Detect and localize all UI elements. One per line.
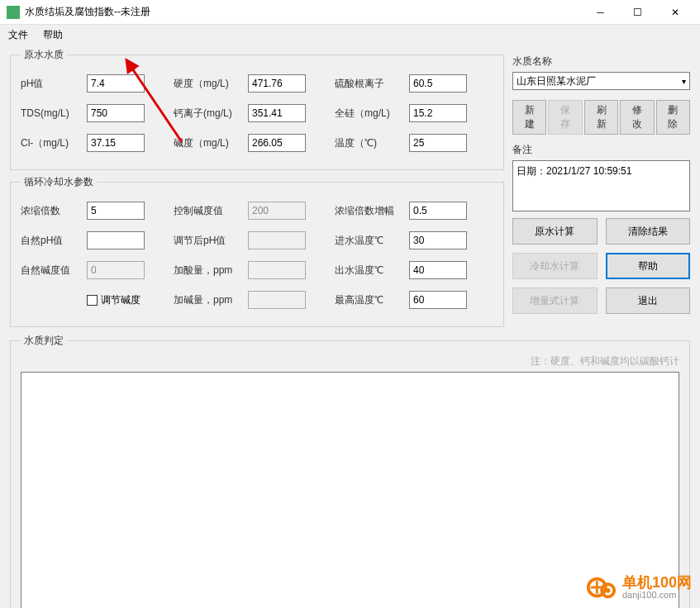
ph-input[interactable] (87, 74, 145, 93)
alk-label: 碱度（mg/L) (174, 136, 248, 150)
watermark-icon (586, 572, 617, 603)
close-button[interactable]: ✕ (656, 0, 693, 25)
cool-calc-button: 冷却水计算 (512, 253, 598, 279)
ca-input[interactable] (248, 104, 306, 122)
incr-label: 浓缩倍数增幅 (335, 204, 409, 218)
water-name-label: 水质名称 (512, 55, 690, 69)
tds-input[interactable] (87, 104, 145, 122)
watermark-url: danji100.com (622, 590, 692, 600)
watermark: 单机100网 danji100.com (586, 572, 692, 603)
menubar: 文件 帮助 (0, 25, 700, 45)
tin-input[interactable] (409, 231, 467, 249)
water-name-value: 山东日照某水泥厂 (517, 74, 596, 88)
ph-label: pH值 (21, 77, 87, 91)
refresh-button[interactable]: 刷新 (584, 100, 618, 135)
cl-label: Cl-（mg/L) (21, 136, 87, 150)
adjph-label: 调节后pH值 (174, 234, 248, 248)
memo-textarea[interactable]: 日期：2021/1/27 10:59:51 (512, 160, 690, 211)
memo-label: 备注 (512, 143, 690, 157)
modify-button[interactable]: 修改 (620, 100, 654, 135)
adjust-alk-checkbox[interactable]: 调节碱度 (87, 293, 140, 307)
tout-input[interactable] (409, 261, 467, 279)
alk-input[interactable] (248, 134, 306, 152)
alkadd-input (248, 291, 306, 309)
so4-input[interactable] (409, 74, 467, 93)
watermark-brand: 单机100网 (622, 575, 692, 590)
conc-label: 浓缩倍数 (21, 204, 87, 218)
cycle-water-group: 循环冷却水参数 浓缩倍数 控制碱度值 浓缩倍数增幅 自然pH值 调节后pH值 进… (10, 175, 504, 327)
natph-label: 自然pH值 (21, 234, 87, 248)
titlebar: 水质结垢及腐蚀指数--未注册 ─ ☐ ✕ (0, 0, 700, 25)
natalk-label: 自然碱度值 (21, 264, 87, 278)
temp-input[interactable] (409, 134, 467, 152)
save-button: 保存 (548, 100, 582, 135)
tin-label: 进水温度℃ (335, 234, 409, 248)
window-controls: ─ ☐ ✕ (582, 0, 693, 25)
cl-input[interactable] (87, 134, 145, 152)
acid-input (248, 261, 306, 279)
alkadd-label: 加碱量，ppm (174, 293, 248, 307)
tmax-label: 最高温度℃ (335, 293, 409, 307)
natalk-input (87, 261, 145, 279)
ctrlalk-label: 控制碱度值 (174, 204, 248, 218)
tmax-input[interactable] (409, 291, 467, 309)
svg-point-4 (606, 588, 611, 593)
raw-calc-button[interactable]: 原水计算 (512, 218, 598, 245)
window-title: 水质结垢及腐蚀指数--未注册 (25, 5, 582, 19)
new-button[interactable]: 新建 (512, 100, 546, 135)
exit-button[interactable]: 退出 (606, 287, 691, 314)
incr-calc-button: 增量式计算 (512, 287, 598, 314)
ctrlalk-input (248, 202, 306, 220)
temp-label: 温度（℃) (335, 136, 409, 150)
acid-label: 加酸量，ppm (174, 264, 248, 278)
delete-button[interactable]: 删除 (656, 100, 690, 135)
natph-input[interactable] (87, 231, 145, 249)
chevron-down-icon: ▾ (682, 77, 686, 86)
maximize-button[interactable]: ☐ (619, 0, 656, 25)
clear-result-button[interactable]: 清除结果 (606, 218, 691, 245)
si-input[interactable] (409, 104, 467, 122)
cycle-water-legend: 循环冷却水参数 (21, 175, 97, 189)
help-button[interactable]: 帮助 (606, 253, 691, 279)
conc-input[interactable] (87, 202, 145, 220)
judgement-group: 水质判定 注：硬度、钙和碱度均以碳酸钙计 (10, 334, 690, 608)
tout-label: 出水温度℃ (335, 264, 409, 278)
hardness-label: 硬度（mg/L) (174, 77, 248, 91)
raw-water-group: 原水水质 pH值 硬度（mg/L) 硫酸根离子 TDS(mg/L) 钙离子(mg… (10, 48, 504, 170)
menu-file[interactable]: 文件 (8, 28, 28, 42)
tds-label: TDS(mg/L) (21, 107, 87, 119)
judgement-textarea[interactable] (21, 372, 679, 608)
water-name-combo[interactable]: 山东日照某水泥厂 ▾ (512, 72, 690, 90)
ca-label: 钙离子(mg/L) (174, 107, 248, 121)
adjust-alk-label: 调节碱度 (101, 293, 140, 307)
so4-label: 硫酸根离子 (335, 77, 409, 91)
judgement-note: 注：硬度、钙和碱度均以碳酸钙计 (531, 354, 679, 368)
app-icon (7, 6, 20, 19)
judgement-legend: 水质判定 (21, 334, 67, 348)
raw-water-legend: 原水水质 (21, 48, 67, 62)
minimize-button[interactable]: ─ (582, 0, 619, 25)
hardness-input[interactable] (248, 74, 306, 93)
incr-input[interactable] (409, 202, 467, 220)
adjph-input (248, 231, 306, 249)
menu-help[interactable]: 帮助 (43, 28, 63, 42)
si-label: 全硅（mg/L) (335, 107, 409, 121)
